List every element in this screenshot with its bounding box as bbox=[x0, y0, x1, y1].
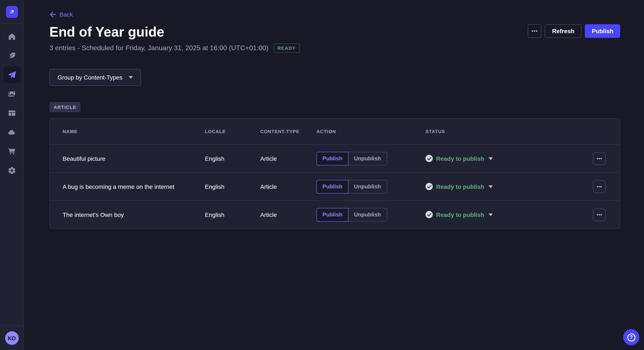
strapi-logo-link[interactable] bbox=[0, 0, 24, 24]
entries-table: NAME LOCALE CONTENT-TYPE ACTION STATUS B… bbox=[50, 118, 620, 229]
sidebar-item-media-library[interactable] bbox=[3, 85, 20, 102]
action-toggle: Publish Unpublish bbox=[316, 152, 387, 165]
ellipsis-icon bbox=[597, 214, 602, 215]
back-arrow-icon bbox=[50, 11, 56, 18]
unpublish-action-button[interactable]: Unpublish bbox=[348, 208, 387, 221]
sidebar-item-marketplace[interactable] bbox=[3, 143, 20, 160]
sidebar-footer: KD bbox=[0, 326, 24, 350]
check-circle-icon bbox=[426, 211, 433, 218]
refresh-button[interactable]: Refresh bbox=[545, 24, 582, 38]
group-by-select[interactable]: Group by Content-Types bbox=[50, 69, 141, 86]
unpublish-action-button[interactable]: Unpublish bbox=[348, 152, 387, 165]
sidebar-item-home[interactable] bbox=[3, 28, 20, 45]
group-badge-row: ARTICLE bbox=[50, 102, 620, 112]
sidebar-item-content-type-builder[interactable] bbox=[3, 104, 20, 121]
content-type-group-badge: ARTICLE bbox=[50, 102, 81, 112]
publish-release-button[interactable]: Publish bbox=[585, 24, 620, 38]
sidebar-item-deploy[interactable] bbox=[3, 124, 20, 141]
ellipsis-icon bbox=[532, 30, 538, 32]
layout-icon bbox=[8, 109, 16, 117]
avatar[interactable]: KD bbox=[5, 331, 18, 345]
row-more-button[interactable] bbox=[593, 152, 606, 165]
feather-icon bbox=[8, 51, 16, 60]
main-content: Back End of Year guide 3 entries - Sched… bbox=[24, 0, 644, 350]
row-more-button[interactable] bbox=[593, 180, 606, 193]
entry-locale: English bbox=[205, 211, 260, 218]
entry-name: A bug is becoming a meme on the internet bbox=[62, 183, 205, 190]
entry-content-type: Article bbox=[260, 211, 316, 218]
entry-locale: English bbox=[205, 155, 260, 162]
check-circle-icon bbox=[426, 183, 433, 190]
back-label: Back bbox=[60, 11, 73, 18]
subtitle-row: 3 entries - Scheduled for Friday, Januar… bbox=[50, 43, 620, 53]
help-button[interactable]: ? bbox=[623, 329, 639, 345]
entry-name: The internet's Own boy bbox=[62, 211, 205, 218]
check-circle-icon bbox=[426, 155, 433, 162]
back-link[interactable]: Back bbox=[50, 11, 73, 18]
status-badge: READY bbox=[274, 43, 300, 53]
table-row: The internet's Own boy English Article P… bbox=[50, 200, 620, 228]
table-row: A bug is becoming a meme on the internet… bbox=[50, 172, 620, 200]
header-actions: Refresh Publish bbox=[528, 24, 620, 38]
entry-status-label: Ready to publish bbox=[436, 155, 484, 162]
strapi-logo-icon bbox=[6, 6, 18, 18]
ellipsis-icon bbox=[597, 158, 602, 159]
entry-status-label: Ready to publish bbox=[436, 211, 484, 218]
entry-status-button[interactable]: Ready to publish bbox=[426, 155, 493, 162]
entry-content-type: Article bbox=[260, 183, 316, 190]
caret-down-icon bbox=[488, 185, 493, 188]
cloud-icon bbox=[8, 128, 16, 136]
entry-status-button[interactable]: Ready to publish bbox=[426, 211, 493, 218]
column-header-status: STATUS bbox=[426, 129, 586, 134]
table-row: Beautiful picture English Article Publis… bbox=[50, 144, 620, 172]
caret-down-icon bbox=[488, 157, 493, 160]
entry-content-type: Article bbox=[260, 155, 316, 162]
home-icon bbox=[8, 32, 16, 41]
sidebar-nav bbox=[0, 24, 24, 180]
unpublish-action-button[interactable]: Unpublish bbox=[348, 180, 387, 193]
cart-icon bbox=[8, 147, 16, 156]
publish-action-button[interactable]: Publish bbox=[316, 180, 348, 193]
column-header-action: ACTION bbox=[316, 129, 426, 134]
groupby-row: Group by Content-Types bbox=[50, 69, 620, 86]
images-icon bbox=[8, 90, 16, 98]
column-header-locale: LOCALE bbox=[205, 129, 260, 134]
column-header-name: NAME bbox=[62, 129, 205, 134]
sidebar-item-releases[interactable] bbox=[3, 66, 20, 83]
question-icon: ? bbox=[627, 333, 635, 341]
publish-action-button[interactable]: Publish bbox=[316, 152, 348, 165]
sidebar-item-content-manager[interactable] bbox=[3, 47, 20, 64]
sidebar-item-settings[interactable] bbox=[3, 162, 20, 179]
row-more-button[interactable] bbox=[593, 208, 606, 221]
ellipsis-icon bbox=[597, 186, 602, 187]
table-header: NAME LOCALE CONTENT-TYPE ACTION STATUS bbox=[50, 119, 620, 144]
release-subtitle: 3 entries - Scheduled for Friday, Januar… bbox=[50, 43, 268, 53]
sidebar: KD bbox=[0, 0, 24, 350]
action-toggle: Publish Unpublish bbox=[316, 208, 387, 221]
gear-icon bbox=[8, 166, 16, 175]
caret-down-icon bbox=[488, 213, 493, 216]
entry-status-label: Ready to publish bbox=[436, 183, 484, 190]
action-toggle: Publish Unpublish bbox=[316, 180, 387, 193]
group-by-label: Group by Content-Types bbox=[58, 74, 122, 81]
entry-name: Beautiful picture bbox=[62, 155, 205, 162]
chevron-down-icon bbox=[128, 76, 133, 79]
more-options-button[interactable] bbox=[528, 24, 542, 38]
paper-plane-icon bbox=[8, 70, 16, 79]
publish-action-button[interactable]: Publish bbox=[316, 208, 348, 221]
entry-status-button[interactable]: Ready to publish bbox=[426, 183, 493, 190]
app-root: KD Back End of Year guide 3 entries - Sc… bbox=[0, 0, 644, 350]
column-header-content-type: CONTENT-TYPE bbox=[260, 129, 316, 134]
entry-locale: English bbox=[205, 183, 260, 190]
